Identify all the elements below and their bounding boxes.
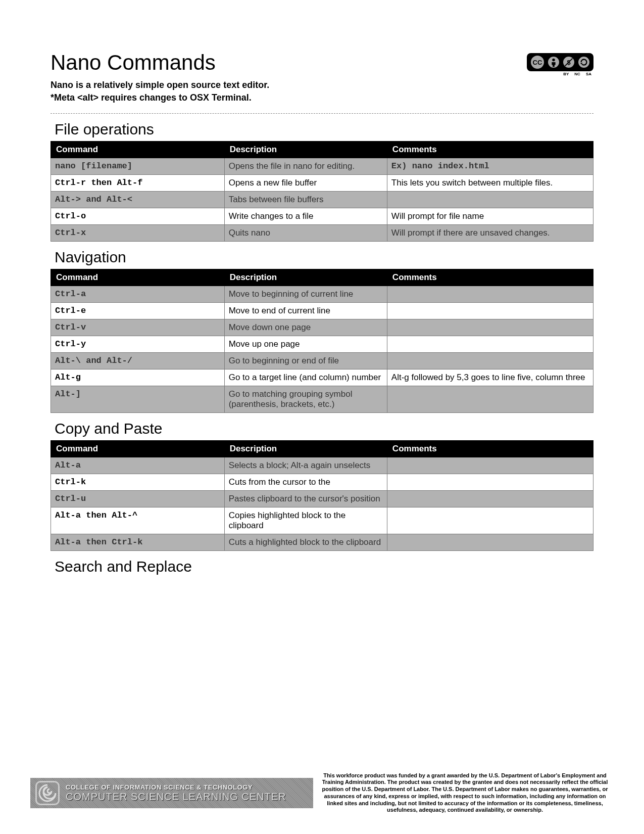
footer-org-line-2: COMPUTER SCIENCE LEARNING CENTER [66,791,286,802]
comments-cell [387,534,593,551]
cc-icon: CC [530,55,545,70]
cc-label-nc: NC [574,72,580,76]
description-cell: Go to beginning or end of file [224,353,387,369]
description-cell: Opens a new file buffer [224,175,387,192]
comments-cell: Will prompt if there are unsaved changes… [387,225,593,242]
description-cell: Move to end of current line [224,303,387,319]
section-title: Search and Replace [55,558,593,575]
table-header: Command [51,441,225,457]
description-cell: Cuts a highlighted block to the clipboar… [224,534,387,551]
description-cell: Move to beginning of current line [224,286,387,303]
comments-cell [387,386,593,413]
comments-cell [387,353,593,369]
comments-cell [387,319,593,336]
command-cell: Alt-> and Alt-< [51,192,225,208]
table-row: Ctrl-uPastes clipboard to the cursor's p… [51,491,593,507]
description-cell: Write changes to a file [224,208,387,225]
table-row: Alt-]Go to matching grouping symbol (par… [51,386,593,413]
description-cell: Tabs between file buffers [224,192,387,208]
description-cell: Move down one page [224,319,387,336]
command-cell: Ctrl-k [51,474,225,491]
description-cell: Selects a block; Alt-a again unselects [224,457,387,474]
subtitle-line-2: *Meta <alt> requires changes to OSX Term… [51,91,593,104]
sa-icon [577,56,590,69]
table-header: Description [224,142,387,158]
description-cell: Copies highlighted block to the clipboar… [224,507,387,534]
description-cell: Quits nano [224,225,387,242]
table-header: Comments [387,269,593,286]
description-cell: Go to a target line (and column) number [224,369,387,386]
table-row: Alt-aSelects a block; Alt-a again unsele… [51,457,593,474]
spiral-icon [35,781,60,805]
command-cell: Ctrl-x [51,225,225,242]
table-row: Alt-gGo to a target line (and column) nu… [51,369,593,386]
description-cell: Opens the file in nano for editing. [224,158,387,175]
footer: COLLEGE OF INFORMATION SCIENCE & TECHNOL… [0,772,644,814]
footer-logo: COLLEGE OF INFORMATION SCIENCE & TECHNOL… [30,778,313,808]
table-row: Alt-a then Alt-^Copies highlighted block… [51,507,593,534]
command-table: CommandDescriptionCommentsCtrl-aMove to … [51,269,593,413]
footer-disclaimer: This workforce product was funded by a g… [313,772,614,814]
description-cell: Cuts from the cursor to the [224,474,387,491]
command-cell: Ctrl-a [51,286,225,303]
comments-cell: Will prompt for file name [387,208,593,225]
table-header: Command [51,269,225,286]
table-header: Comments [387,441,593,457]
command-cell: nano [filename] [51,158,225,175]
comments-cell [387,336,593,353]
nc-icon: $ [562,56,575,69]
table-row: Ctrl-oWrite changes to a fileWill prompt… [51,208,593,225]
command-cell: Ctrl-u [51,491,225,507]
command-cell: Alt-a then Ctrl-k [51,534,225,551]
svg-point-0 [552,59,555,62]
description-cell: Pastes clipboard to the cursor's positio… [224,491,387,507]
command-cell: Ctrl-r then Alt-f [51,175,225,192]
command-cell: Ctrl-o [51,208,225,225]
command-cell: Ctrl-y [51,336,225,353]
comments-cell [387,286,593,303]
description-cell: Move up one page [224,336,387,353]
table-header: Comments [387,142,593,158]
command-table: CommandDescriptionCommentsAlt-aSelects a… [51,440,593,551]
comments-cell [387,474,593,491]
table-row: Ctrl-kCuts from the cursor to the [51,474,593,491]
page-title: Nano Commands [51,51,593,75]
command-cell: Alt-g [51,369,225,386]
table-row: nano [filename]Opens the file in nano fo… [51,158,593,175]
table-header: Description [224,269,387,286]
section-title: Copy and Paste [55,420,593,437]
command-cell: Ctrl-v [51,319,225,336]
table-row: Ctrl-eMove to end of current line [51,303,593,319]
divider [51,113,593,114]
table-header: Description [224,441,387,457]
command-cell: Alt-\ and Alt-/ [51,353,225,369]
comments-cell [387,457,593,474]
by-icon [547,56,560,69]
footer-org-line-1: COLLEGE OF INFORMATION SCIENCE & TECHNOL… [66,784,286,791]
cc-label-sa: SA [586,72,591,76]
table-row: Ctrl-vMove down one page [51,319,593,336]
table-row: Alt-> and Alt-<Tabs between file buffers [51,192,593,208]
subtitle: Nano is a relatively simple open source … [51,79,593,104]
comments-cell: Alt-g followed by 5,3 goes to line five,… [387,369,593,386]
section-title: Navigation [55,249,593,266]
section-title: File operations [55,121,593,138]
command-cell: Alt-] [51,386,225,413]
comments-cell [387,192,593,208]
subtitle-line-1: Nano is a relatively simple open source … [51,79,593,91]
cc-license-badge: CC $ BY NC SA [527,53,593,76]
cc-label-by: BY [563,72,569,76]
table-row: Ctrl-r then Alt-fOpens a new file buffer… [51,175,593,192]
comments-cell [387,303,593,319]
description-cell: Go to matching grouping symbol (parenthe… [224,386,387,413]
comments-cell: Ex) nano index.html [387,158,593,175]
command-cell: Ctrl-e [51,303,225,319]
command-cell: Alt-a [51,457,225,474]
header: Nano Commands Nano is a relatively simpl… [51,51,593,104]
comments-cell: This lets you switch between multiple fi… [387,175,593,192]
table-header: Command [51,142,225,158]
comments-cell [387,491,593,507]
table-row: Ctrl-aMove to beginning of current line [51,286,593,303]
comments-cell [387,507,593,534]
command-table: CommandDescriptionCommentsnano [filename… [51,141,593,242]
